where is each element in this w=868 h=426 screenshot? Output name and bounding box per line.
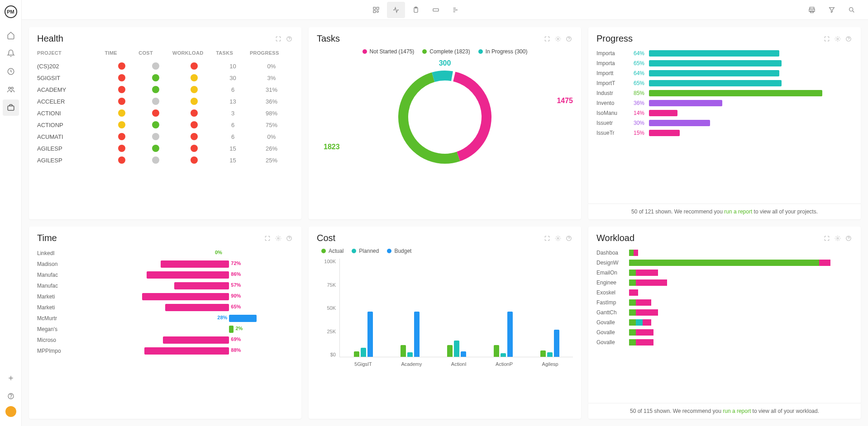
roadmap-icon[interactable] bbox=[447, 2, 465, 18]
filter-icon[interactable] bbox=[823, 2, 841, 18]
time-row[interactable]: Manufac57% bbox=[37, 280, 293, 291]
expand-icon[interactable] bbox=[274, 35, 282, 43]
users-icon[interactable] bbox=[3, 81, 19, 98]
workload-row[interactable]: FastImp bbox=[596, 298, 853, 308]
home-icon[interactable] bbox=[3, 27, 19, 43]
help-circle-icon[interactable] bbox=[565, 35, 573, 43]
health-row[interactable]: ACTIONP675% bbox=[37, 119, 293, 131]
health-row[interactable]: ACCELER1336% bbox=[37, 95, 293, 107]
help-circle-icon[interactable] bbox=[285, 234, 293, 242]
cost-group bbox=[494, 312, 513, 357]
workload-row[interactable]: Govalle bbox=[596, 337, 853, 347]
help-icon[interactable] bbox=[3, 388, 19, 404]
progress-row[interactable]: Issuetr30% bbox=[596, 118, 853, 128]
time-row[interactable]: MPPImpo88% bbox=[37, 346, 293, 356]
gear-icon[interactable] bbox=[554, 35, 562, 43]
workload-row[interactable]: Govalle bbox=[596, 327, 853, 337]
health-row[interactable]: AGILESP1525% bbox=[37, 154, 293, 166]
workload-segment bbox=[636, 319, 643, 326]
plus-icon[interactable] bbox=[3, 370, 19, 386]
progress-row[interactable]: Industr85% bbox=[596, 88, 853, 98]
time-row[interactable]: Microso69% bbox=[37, 335, 293, 346]
help-circle-icon[interactable] bbox=[844, 35, 853, 43]
workload-row[interactable]: Exoskel bbox=[596, 288, 853, 298]
cost-group bbox=[447, 341, 466, 357]
clock-icon[interactable] bbox=[3, 63, 19, 80]
svg-point-1 bbox=[8, 87, 10, 90]
svg-point-19 bbox=[567, 36, 572, 41]
health-row[interactable]: (CS)202100% bbox=[37, 60, 293, 72]
print-icon[interactable] bbox=[803, 2, 821, 18]
time-row[interactable]: McMurtr28% bbox=[37, 313, 293, 324]
help-circle-icon[interactable] bbox=[285, 35, 293, 43]
bell-icon[interactable] bbox=[3, 45, 19, 62]
overview-icon[interactable] bbox=[367, 2, 385, 18]
workload-row[interactable]: Govalle bbox=[596, 317, 853, 327]
briefcase-icon[interactable] bbox=[3, 99, 19, 116]
health-row[interactable]: 5GIGSIT303% bbox=[37, 72, 293, 84]
expand-icon[interactable] bbox=[823, 234, 831, 242]
svg-rect-14 bbox=[809, 9, 815, 11]
progress-row[interactable]: Invento36% bbox=[596, 98, 853, 108]
time-row[interactable]: LinkedI0% bbox=[37, 248, 293, 259]
gear-icon[interactable] bbox=[554, 234, 562, 242]
workload-row[interactable]: Dashboa bbox=[596, 248, 853, 258]
svg-rect-7 bbox=[377, 7, 379, 9]
progress-row[interactable]: Importa64% bbox=[596, 48, 853, 58]
svg-rect-15 bbox=[811, 11, 814, 13]
project-label: Govalle bbox=[596, 319, 625, 326]
workload-segment bbox=[636, 309, 658, 316]
time-bar bbox=[229, 326, 234, 333]
expand-icon[interactable] bbox=[543, 35, 551, 43]
workload-notice: 50 of 115 shown. We recommend you run a … bbox=[588, 403, 861, 419]
svg-point-27 bbox=[557, 237, 559, 239]
health-row[interactable]: AGILESP1526% bbox=[37, 142, 293, 154]
time-row[interactable]: Madison72% bbox=[37, 259, 293, 270]
workload-row[interactable]: DesignW bbox=[596, 258, 853, 268]
health-row[interactable]: ACTIONI398% bbox=[37, 107, 293, 119]
time-row[interactable]: Megan's2% bbox=[37, 324, 293, 335]
progress-pct: 64% bbox=[628, 50, 644, 57]
health-row[interactable]: ACUMATI60% bbox=[37, 131, 293, 142]
gear-icon[interactable] bbox=[834, 234, 842, 242]
gear-icon[interactable] bbox=[274, 234, 282, 242]
app-logo[interactable]: PM bbox=[5, 5, 17, 18]
card-icon[interactable] bbox=[427, 2, 445, 18]
progress-pct: 30% bbox=[628, 120, 644, 126]
help-circle-icon[interactable] bbox=[565, 234, 573, 242]
progress-row[interactable]: IsoManu14% bbox=[596, 108, 853, 118]
clipboard-icon[interactable] bbox=[407, 2, 425, 18]
dashboard-grid: Health PROJECTTIMECOSTWORKLOADTASKSPROGR… bbox=[22, 20, 868, 426]
progress-row[interactable]: IssueTr15% bbox=[596, 128, 853, 138]
search-icon[interactable] bbox=[843, 2, 861, 18]
time-bar bbox=[229, 315, 257, 322]
time-row[interactable]: Marketi65% bbox=[37, 302, 293, 313]
health-row[interactable]: ACADEMY631% bbox=[37, 84, 293, 95]
run-report-link[interactable]: run a report bbox=[723, 408, 751, 414]
workload-row[interactable]: EmailOn bbox=[596, 268, 853, 278]
time-row[interactable]: Manufac86% bbox=[37, 270, 293, 280]
time-row[interactable]: Marketi90% bbox=[37, 291, 293, 302]
activity-icon[interactable] bbox=[387, 2, 405, 18]
progress-row[interactable]: Importa65% bbox=[596, 58, 853, 68]
help-circle-icon[interactable] bbox=[844, 234, 853, 242]
task-count: 13 bbox=[216, 98, 250, 105]
status-dot bbox=[118, 62, 125, 70]
tasks-donut-chart: 300 1475 1823 bbox=[317, 58, 573, 176]
expand-icon[interactable] bbox=[823, 35, 831, 43]
time-widget: Time LinkedI0%Madison72%Manufac86%Manufa… bbox=[29, 227, 301, 419]
user-avatar[interactable] bbox=[5, 406, 16, 417]
progress-row[interactable]: ImportT65% bbox=[596, 78, 853, 88]
progress-row[interactable]: Importt64% bbox=[596, 68, 853, 78]
workload-segment bbox=[634, 250, 638, 256]
cost-widget: Cost ActualPlannedBudget 100K75K50K25K$0… bbox=[309, 227, 581, 419]
expand-icon[interactable] bbox=[263, 234, 272, 242]
run-report-link[interactable]: run a report bbox=[724, 208, 752, 215]
progress-pct: 26% bbox=[250, 145, 293, 152]
svg-rect-6 bbox=[373, 7, 376, 9]
workload-row[interactable]: Enginee bbox=[596, 278, 853, 288]
workload-row[interactable]: GanttCh bbox=[596, 308, 853, 317]
expand-icon[interactable] bbox=[543, 234, 551, 242]
gear-icon[interactable] bbox=[834, 35, 842, 43]
workload-segment bbox=[636, 329, 654, 336]
